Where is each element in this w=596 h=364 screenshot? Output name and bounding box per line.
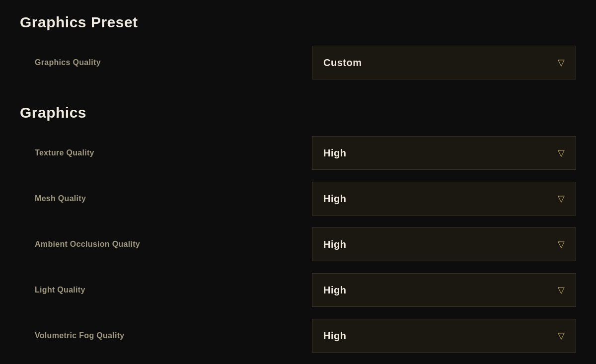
ambient-occlusion-quality-row: Ambient Occlusion Quality High ▽ bbox=[20, 222, 576, 266]
volumetric-fog-quality-value: High bbox=[323, 330, 346, 342]
light-quality-row: Light Quality High ▽ bbox=[20, 268, 576, 312]
mesh-quality-arrow-icon: ▽ bbox=[558, 194, 565, 203]
ambient-occlusion-quality-value: High bbox=[323, 239, 346, 250]
ambient-occlusion-quality-label: Ambient Occlusion Quality bbox=[35, 240, 140, 249]
light-quality-value: High bbox=[323, 285, 346, 296]
particle-quality-row: Particle Quality High ▽ bbox=[20, 360, 576, 364]
graphics-section: Graphics Texture Quality High ▽ Mesh Qua… bbox=[20, 104, 576, 364]
texture-quality-label: Texture Quality bbox=[35, 148, 94, 157]
volumetric-fog-quality-label: Volumetric Fog Quality bbox=[35, 331, 125, 340]
mesh-quality-row: Mesh Quality High ▽ bbox=[20, 177, 576, 220]
preset-section-title: Graphics Preset bbox=[20, 14, 576, 31]
light-quality-label: Light Quality bbox=[35, 286, 85, 294]
graphics-quality-label: Graphics Quality bbox=[35, 58, 101, 67]
light-quality-dropdown[interactable]: High ▽ bbox=[312, 273, 576, 307]
settings-panel: Graphics Preset Graphics Quality Custom … bbox=[0, 0, 596, 364]
ambient-occlusion-quality-arrow-icon: ▽ bbox=[558, 240, 565, 249]
mesh-quality-label: Mesh Quality bbox=[35, 194, 86, 203]
volumetric-fog-quality-dropdown[interactable]: High ▽ bbox=[312, 319, 576, 353]
graphics-quality-dropdown[interactable]: Custom ▽ bbox=[312, 46, 576, 79]
light-quality-arrow-icon: ▽ bbox=[558, 286, 565, 294]
ambient-occlusion-quality-dropdown[interactable]: High ▽ bbox=[312, 227, 576, 261]
texture-quality-dropdown[interactable]: High ▽ bbox=[312, 136, 576, 170]
volumetric-fog-quality-row: Volumetric Fog Quality High ▽ bbox=[20, 314, 576, 358]
mesh-quality-value: High bbox=[323, 193, 346, 205]
graphics-quality-arrow-icon: ▽ bbox=[558, 58, 565, 67]
texture-quality-row: Texture Quality High ▽ bbox=[20, 131, 576, 175]
preset-section: Graphics Preset Graphics Quality Custom … bbox=[20, 14, 576, 84]
texture-quality-arrow-icon: ▽ bbox=[558, 148, 565, 157]
mesh-quality-dropdown[interactable]: High ▽ bbox=[312, 182, 576, 216]
graphics-quality-value: Custom bbox=[323, 57, 362, 69]
graphics-quality-row: Graphics Quality Custom ▽ bbox=[20, 41, 576, 84]
texture-quality-value: High bbox=[323, 147, 346, 159]
volumetric-fog-quality-arrow-icon: ▽ bbox=[558, 331, 565, 340]
section-spacer bbox=[20, 89, 576, 104]
graphics-section-title: Graphics bbox=[20, 104, 576, 121]
